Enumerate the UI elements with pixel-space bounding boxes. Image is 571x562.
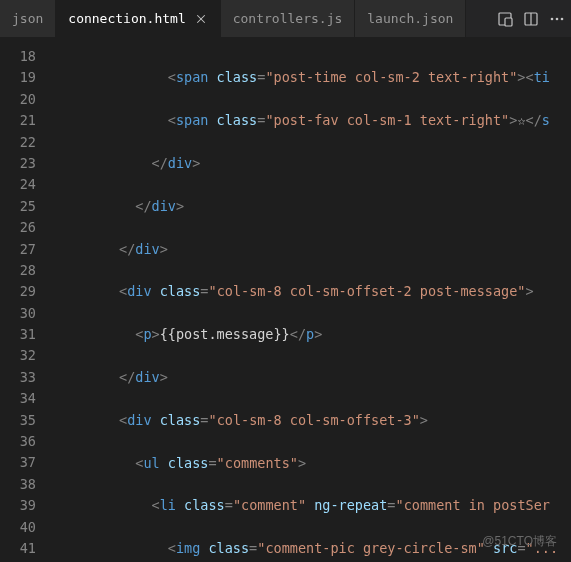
line-number: 26 (0, 217, 54, 238)
line-number: 18 (0, 46, 54, 67)
line-number: 27 (0, 239, 54, 260)
line-number: 39 (0, 495, 54, 516)
line-number: 33 (0, 367, 54, 388)
line-number: 19 (0, 67, 54, 88)
line-number: 22 (0, 132, 54, 153)
tab-label: json (12, 11, 43, 26)
tab-label: controllers.js (233, 11, 343, 26)
tab-launch-json[interactable]: launch.json (355, 0, 466, 37)
svg-point-8 (561, 17, 564, 20)
tab-json-partial[interactable]: json (0, 0, 56, 37)
tab-label: launch.json (367, 11, 453, 26)
line-number: 38 (0, 474, 54, 495)
tab-connection-html[interactable]: connection.html (56, 0, 220, 37)
line-number-gutter: 18 19 20 21 22 23 24 25 26 27 28 29 30 3… (0, 38, 54, 562)
line-number: 23 (0, 153, 54, 174)
line-number: 24 (0, 174, 54, 195)
line-number: 37 (0, 452, 54, 473)
line-number: 34 (0, 388, 54, 409)
svg-rect-3 (505, 18, 512, 26)
svg-point-7 (556, 17, 559, 20)
line-number: 29 (0, 281, 54, 302)
code-content[interactable]: <span class="post-time col-sm-2 text-rig… (54, 38, 571, 562)
tab-label: connection.html (68, 11, 185, 26)
svg-point-6 (551, 17, 554, 20)
preview-icon[interactable] (497, 11, 513, 27)
line-number: 31 (0, 324, 54, 345)
code-editor[interactable]: 18 19 20 21 22 23 24 25 26 27 28 29 30 3… (0, 38, 571, 562)
line-number: 25 (0, 196, 54, 217)
line-number: 30 (0, 303, 54, 324)
tab-controllers-js[interactable]: controllers.js (221, 0, 356, 37)
line-number: 36 (0, 431, 54, 452)
line-number: 41 (0, 538, 54, 559)
line-number: 21 (0, 110, 54, 131)
split-editor-icon[interactable] (523, 11, 539, 27)
editor-tab-bar: json connection.html controllers.js laun… (0, 0, 571, 38)
line-number: 35 (0, 410, 54, 431)
line-number: 32 (0, 345, 54, 366)
line-number: 20 (0, 89, 54, 110)
more-actions-icon[interactable] (549, 11, 565, 27)
tab-actions (491, 0, 571, 37)
close-icon[interactable] (194, 12, 208, 26)
line-number: 40 (0, 517, 54, 538)
line-number: 28 (0, 260, 54, 281)
